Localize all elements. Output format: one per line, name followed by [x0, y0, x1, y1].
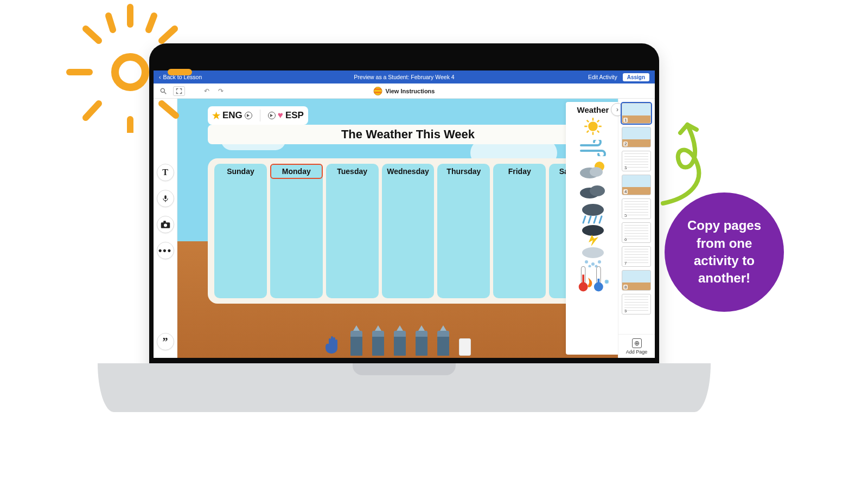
pen-tool-5[interactable]	[437, 331, 449, 356]
svg-rect-13	[164, 195, 167, 199]
callout-text: Copy pages from one activity to another!	[673, 217, 775, 287]
mic-tool[interactable]	[157, 190, 174, 207]
add-page-button[interactable]: ⊕ Add Page	[618, 334, 655, 358]
cloudy-icon[interactable]	[576, 182, 610, 201]
app-screen: ‹ Back to Lesson Preview as a Student: F…	[154, 70, 655, 358]
redo-icon[interactable]: ↷	[216, 87, 225, 95]
svg-line-7	[86, 104, 99, 118]
svg-line-26	[597, 120, 599, 123]
day-column-tuesday[interactable]: Tuesday	[326, 164, 379, 298]
pen-tool-3[interactable]	[394, 331, 406, 356]
day-column-friday[interactable]: Friday	[493, 164, 546, 298]
page-thumbnail-2[interactable]: 2	[622, 127, 651, 147]
day-column-monday[interactable]: Monday	[270, 164, 323, 298]
preview-title: Preview as a Student: February Week 4	[354, 74, 454, 80]
text-tool[interactable]: T	[157, 164, 174, 181]
page-thumbnail-5[interactable]: 5	[622, 198, 651, 219]
svg-line-23	[587, 120, 589, 123]
svg-point-18	[588, 121, 598, 131]
assign-button[interactable]: Assign	[623, 73, 649, 81]
page-number: 1	[623, 118, 628, 123]
language-toggle: ★ ENG ♥ ESP	[208, 106, 308, 125]
move-hand-tool[interactable]	[324, 334, 341, 356]
camera-tool[interactable]	[157, 216, 174, 233]
svg-line-33	[583, 216, 585, 223]
week-grid: SundayMondayTuesdayWednesdayThursdayFrid…	[208, 158, 608, 304]
svg-rect-17	[163, 221, 166, 223]
weather-panel-title: Weather	[577, 105, 609, 114]
page-number: 8	[623, 285, 628, 290]
caption-tool[interactable]: ”	[157, 333, 174, 350]
page-number: 2	[623, 142, 628, 146]
pen-tool-1[interactable]	[350, 331, 362, 356]
lang-eng-button[interactable]: ★ ENG	[212, 110, 252, 121]
sunny-icon[interactable]	[576, 117, 610, 136]
activity-title: The Weather This Week	[208, 125, 608, 144]
add-page-plus-icon: ⊕	[632, 338, 642, 348]
page-number: 7	[623, 261, 628, 266]
day-header: Friday	[493, 164, 546, 179]
svg-line-8	[162, 104, 176, 115]
page-number: 5	[623, 213, 628, 218]
lang-esp-label: ESP	[285, 110, 304, 121]
view-instructions-button[interactable]: View Instructions	[374, 87, 435, 95]
globe-icon	[374, 87, 382, 95]
svg-point-31	[590, 185, 605, 196]
page-thumbnail-7[interactable]: 7	[622, 246, 651, 267]
day-header: Wednesday	[382, 164, 435, 179]
speaker-icon[interactable]	[268, 112, 276, 119]
app-topbar: ‹ Back to Lesson Preview as a Student: F…	[154, 70, 655, 84]
page-thumbnails-sidebar: › 123456789 ⊕ Add Page	[618, 99, 655, 358]
speaker-icon[interactable]	[245, 112, 252, 119]
svg-point-32	[582, 204, 604, 216]
page-thumbnail-6[interactable]: 6	[622, 222, 651, 243]
thermometer-icon[interactable]	[576, 268, 610, 288]
svg-point-37	[582, 225, 604, 236]
svg-point-38	[582, 247, 604, 258]
day-header: Sunday	[214, 164, 267, 179]
page-thumbnail-8[interactable]: 8	[622, 270, 651, 291]
day-header: Monday	[270, 164, 323, 179]
promo-callout: Copy pages from one activity to another!	[665, 192, 784, 312]
day-column-thursday[interactable]: Thursday	[437, 164, 490, 298]
page-number: 9	[623, 309, 628, 313]
partly-cloudy-icon[interactable]	[576, 160, 610, 179]
thunder-icon[interactable]	[576, 225, 610, 245]
star-icon: ★	[212, 110, 220, 121]
page-thumbnail-3[interactable]: 3	[622, 151, 651, 171]
left-tool-rail: T ••• ”	[154, 99, 177, 358]
svg-line-6	[162, 29, 175, 41]
pen-tool-2[interactable]	[372, 331, 384, 356]
activity-canvas[interactable]: ★ ENG ♥ ESP The W	[177, 99, 618, 358]
day-column-wednesday[interactable]: Wednesday	[382, 164, 435, 298]
page-number: 3	[623, 165, 628, 170]
day-column-sunday[interactable]: Sunday	[214, 164, 267, 298]
svg-line-9	[108, 16, 113, 30]
pen-tool-4[interactable]	[416, 331, 427, 356]
page-thumbnail-9[interactable]: 9	[622, 294, 651, 314]
svg-line-25	[587, 131, 589, 133]
more-tool[interactable]: •••	[157, 242, 174, 259]
heart-icon: ♥	[278, 110, 283, 121]
page-thumbnail-1[interactable]: 1	[622, 103, 651, 124]
svg-rect-46	[582, 274, 584, 285]
page-thumbnail-4[interactable]: 4	[622, 175, 651, 195]
lang-eng-label: ENG	[222, 110, 242, 121]
day-header: Tuesday	[326, 164, 379, 179]
add-page-label: Add Page	[626, 349, 648, 355]
undo-icon[interactable]: ↶	[202, 87, 211, 95]
wind-icon[interactable]	[576, 138, 610, 158]
svg-point-16	[164, 224, 167, 227]
svg-line-24	[597, 131, 599, 133]
svg-line-34	[589, 216, 591, 223]
rain-icon[interactable]	[576, 203, 610, 223]
eraser-tool[interactable]	[459, 338, 471, 356]
svg-line-35	[594, 216, 596, 223]
lang-esp-button[interactable]: ♥ ESP	[268, 110, 304, 121]
svg-point-29	[590, 167, 603, 177]
view-instructions-label: View Instructions	[386, 88, 435, 94]
sun-doodle-decoration	[60, 3, 201, 135]
day-header: Thursday	[437, 164, 490, 179]
svg-point-0	[115, 57, 145, 87]
edit-activity-link[interactable]: Edit Activity	[588, 74, 617, 80]
